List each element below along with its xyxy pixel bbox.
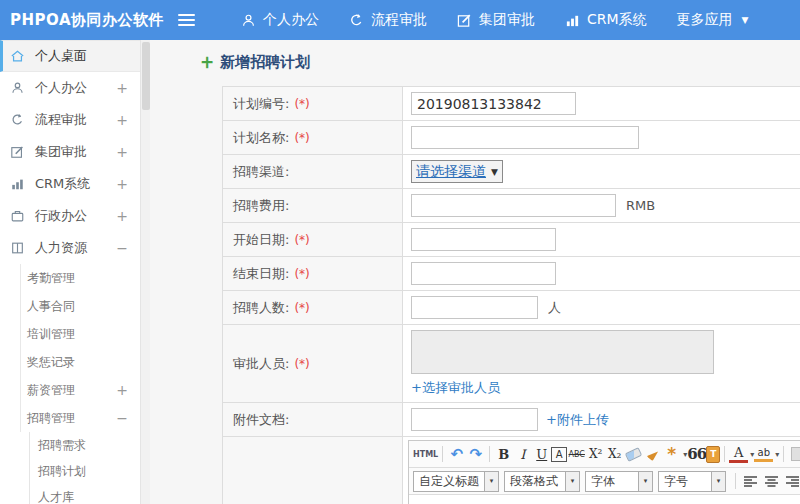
redo-icon[interactable]: ↷ [466,444,485,465]
eraser-icon[interactable] [624,444,643,465]
sidebar-item-hr-contract[interactable]: 人事合同 [21,292,140,320]
form-row-editor: HTML ↶ ↷ B I U A ABC X² X₂ * [223,437,800,504]
sidebar-item-personal-office[interactable]: 个人办公 + [0,72,140,104]
field-label: 审批人员: [233,355,289,373]
end-date-input[interactable] [411,262,556,285]
chart-icon [10,176,27,192]
sidebar-item-attendance-mgmt[interactable]: 考勤管理 [21,264,140,292]
sidebar-item-recruit-mgmt[interactable]: 招聘管理 − [21,404,140,432]
expand-icon[interactable]: + [116,176,128,192]
sidebar-item-talent-pool[interactable]: 人才库 [30,484,140,504]
align-center-icon[interactable] [764,475,779,488]
superscript-button[interactable]: X² [586,444,605,465]
user-icon [241,13,256,28]
form-row-plan-name: 计划名称:(*) [223,121,800,155]
font-family-select[interactable]: 字体 ▾ [585,471,653,492]
editor-content-area[interactable] [409,495,800,504]
align-left-icon[interactable] [743,475,758,488]
html-source-button[interactable]: HTML [413,444,438,465]
custom-title-select[interactable]: 自定义标题 ▾ [413,471,499,492]
sidebar-item-recruit-demand[interactable]: 招聘需求 [30,432,140,458]
auto-typeset-icon[interactable]: * [662,444,681,465]
nav-item-more-apps[interactable]: 更多应用 ▼ [677,11,749,29]
sidebar-item-training-mgmt[interactable]: 培训管理 [21,320,140,348]
font-border-button[interactable]: A [551,447,567,462]
caret-down-icon[interactable]: ▾ [775,450,779,459]
rich-text-editor: HTML ↶ ↷ B I U A ABC X² X₂ * [408,440,800,504]
highlight-color-button[interactable]: ab [754,446,773,462]
caret-down-icon: ▾ [484,472,498,491]
sidebar-item-human-resources[interactable]: 人力资源 − [0,232,140,264]
plan-number-input[interactable] [411,92,576,115]
scrollbar-thumb[interactable] [142,42,150,110]
sidebar-submenu-recruit: 招聘需求 招聘计划 人才库 [29,432,140,504]
workflow-icon [349,13,364,28]
nav-item-personal-office[interactable]: 个人办公 [241,11,319,29]
field-label: 招聘费用: [233,197,289,215]
caret-down-icon: ▾ [638,472,652,491]
subscript-button[interactable]: X₂ [605,444,624,465]
collapse-icon[interactable]: − [116,240,128,256]
blockquote-button[interactable]: 66 [687,444,706,465]
expand-icon[interactable]: + [116,382,128,398]
user-icon [10,80,27,96]
form-row-recruit-count: 招聘人数:(*) 人 [223,291,800,325]
paragraph-format-select[interactable]: 段落格式 ▾ [504,471,580,492]
expand-icon[interactable]: + [116,144,128,160]
plan-name-input[interactable] [411,126,639,149]
bold-button[interactable]: B [494,444,513,465]
editor-toolbar-row2: 自定义标题 ▾ 段落格式 ▾ 字体 ▾ 字号 ▾ [409,468,800,495]
plus-icon: + [200,54,214,71]
paste-icon[interactable]: T [706,446,720,463]
required-mark: (*) [294,357,309,371]
sidebar-item-personal-desktop[interactable]: 个人桌面 [0,40,140,72]
start-date-input[interactable] [411,228,556,251]
recruit-cost-input[interactable] [411,194,616,217]
sidebar-item-reward-punishment[interactable]: 奖惩记录 [21,348,140,376]
field-label: 计划编号: [233,95,289,113]
undo-icon[interactable]: ↶ [447,444,466,465]
sidebar-item-salary-mgmt[interactable]: 薪资管理 + [21,376,140,404]
expand-icon[interactable]: + [116,208,128,224]
approvers-textarea[interactable] [411,330,714,374]
expand-icon[interactable]: + [116,80,128,96]
sidebar-submenu-hr: 考勤管理 人事合同 培训管理 奖惩记录 薪资管理 + 招聘管理 − [20,264,140,432]
field-label: 招聘渠道: [233,163,289,181]
italic-button[interactable]: I [513,444,532,465]
nav-item-workflow-approval[interactable]: 流程审批 [349,11,427,29]
required-mark: (*) [294,233,309,247]
font-color-button[interactable]: A [729,446,748,463]
sidebar-item-crm-system[interactable]: CRM系统 + [0,168,140,200]
editor-toolbar-row1: HTML ↶ ↷ B I U A ABC X² X₂ * [409,441,800,468]
form-row-recruit-channel: 招聘渠道: 请选择渠道 ▼ [223,155,800,189]
form-row-start-date: 开始日期:(*) [223,223,800,257]
recruit-plan-form: 计划编号:(*) 计划名称:(*) 招聘渠道: 请选择渠道 ▼ 招聘费用: RM… [222,86,800,504]
font-size-select[interactable]: 字号 ▾ [658,471,726,492]
home-icon [10,48,27,64]
sidebar-item-workflow-approval[interactable]: 流程审批 + [0,104,140,136]
select-approvers-link[interactable]: +选择审批人员 [411,379,500,397]
channel-select[interactable]: 请选择渠道 ▼ [411,160,503,183]
attachment-upload-link[interactable]: +附件上传 [546,411,609,429]
required-mark: (*) [294,131,309,145]
strikethrough-button[interactable]: ABC [567,444,586,465]
workflow-icon [10,112,27,128]
hamburger-menu-icon[interactable] [178,11,198,29]
nav-item-group-approval[interactable]: 集团审批 [457,11,535,29]
attachment-input[interactable] [411,408,538,431]
form-row-approvers: 审批人员:(*) +选择审批人员 [223,325,800,403]
required-mark: (*) [294,267,309,281]
align-right-icon[interactable] [785,475,800,488]
expand-icon[interactable]: + [116,112,128,128]
field-label: 计划名称: [233,129,289,147]
nav-item-crm-system[interactable]: CRM系统 [565,11,647,29]
form-row-attachment: 附件文档: +附件上传 [223,403,800,437]
clear-format-brush-icon[interactable] [643,444,662,465]
sidebar-item-recruit-plan[interactable]: 招聘计划 [30,458,140,484]
underline-button[interactable]: U [532,444,551,465]
sidebar-item-admin-office[interactable]: 行政办公 + [0,200,140,232]
clipped-toolbar-icon[interactable] [788,444,800,465]
collapse-icon[interactable]: − [116,410,128,426]
sidebar-item-group-approval[interactable]: 集团审批 + [0,136,140,168]
recruit-count-input[interactable] [411,296,538,319]
